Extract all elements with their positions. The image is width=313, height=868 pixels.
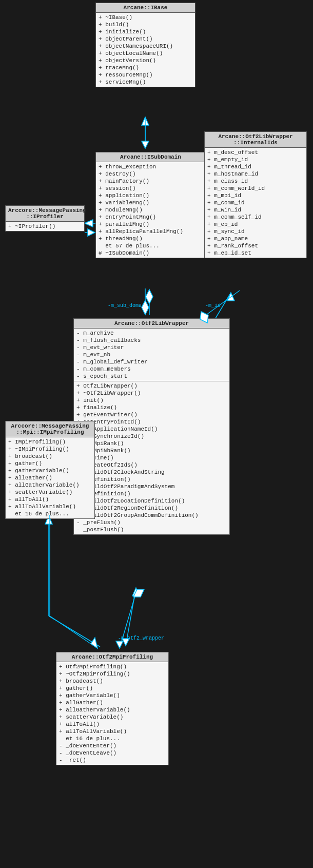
internalids-title: Arcane::Otf2LibWrapper::InternalIds [205,132,306,148]
internalids-box: Arcane::Otf2LibWrapper::InternalIds + m_… [204,131,307,258]
otf2mpiprofiling-box: Arcane::Otf2MpiProfiling + Otf2MpiProfil… [56,652,169,765]
iprofiler-members: + ~IProfiler() [6,222,84,231]
svg-line-23 [50,616,97,648]
ibase-box: Arcane::IBase + ~IBase() + build() + ini… [95,3,195,87]
isubdomain-title: Arcane::ISubDomain [96,152,205,162]
svg-marker-5 [146,290,153,304]
isubdomain-members: + throw_exception + destroy() + mainFact… [96,162,205,258]
svg-marker-27 [116,641,123,648]
svg-marker-26 [133,589,144,597]
otf2libwrapper-methods: + Otf2LibWrapper() + ~Otf2LibWrapper() +… [74,381,229,534]
svg-marker-3 [85,220,93,227]
label-m-sub-domain: -m_sub_domain [108,303,148,308]
ibase-members: + ~IBase() + build() + initialize() + ob… [96,13,195,87]
iprofiler-box: Arccore::MessagePassing::IProfiler + ~IP… [5,205,85,232]
label-m-id: -m_id [205,303,221,308]
svg-marker-1 [142,117,149,125]
otf2libwrapper-fields: - m_archive - m_flush_callbacks - m_evt_… [74,329,229,381]
svg-marker-24 [91,638,97,648]
iprofiler-title: Arccore::MessagePassing::IProfiler [6,206,84,222]
isubdomain-box: Arcane::ISubDomain + throw_exception + d… [95,152,206,258]
otf2mpiprofiling-title: Arcane::Otf2MpiProfiling [56,652,168,662]
label-m-otf2-wrapper: -m_otf2_wrapper [118,635,164,641]
diagram-container: Arcane::IBase + ~IBase() + build() + ini… [0,0,313,868]
svg-marker-7 [227,293,234,301]
impiprofiling-members: + IMpiProfiling() + ~IMpiProfiling() + b… [6,437,94,518]
ibase-title: Arcane::IBase [96,3,195,13]
impiprofiling-box: Arccore::MessagePassing::Mpi::IMpiProfil… [5,421,95,519]
otf2libwrapper-title: Arcane::Otf2LibWrapper [74,319,229,329]
svg-marker-12 [132,588,140,596]
svg-marker-17 [88,229,95,236]
internalids-members: + m_desc_offset + m_empty_id + m_thread_… [205,148,306,258]
otf2mpiprofiling-members: + Otf2MpiProfiling() + ~Otf2MpiProfiling… [56,662,168,765]
svg-marker-15 [142,141,149,148]
otf2libwrapper-box: Arcane::Otf2LibWrapper - m_archive - m_f… [73,318,230,535]
impiprofiling-title: Arccore::MessagePassing::Mpi::IMpiProfil… [6,421,94,437]
svg-line-9 [49,616,100,647]
